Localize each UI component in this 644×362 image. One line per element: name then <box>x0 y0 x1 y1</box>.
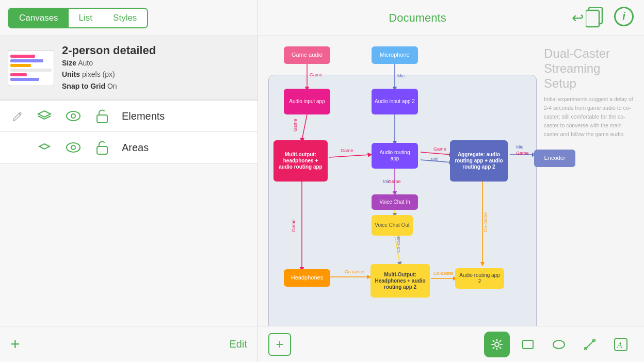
node-audio-routing-app[interactable]: Audio routing app <box>372 143 418 169</box>
back-button[interactable]: ↩ <box>572 9 584 26</box>
svg-point-6 <box>71 145 75 150</box>
node-multi-output2[interactable]: Multi-Output: Headphones + audio routing… <box>371 264 430 298</box>
node-audio-input-app2[interactable]: Audio input app 2 <box>372 89 418 114</box>
unlock-icon-elements[interactable] <box>93 107 111 125</box>
add-canvas-button[interactable]: + <box>268 333 291 356</box>
canvas-details: 2-person detailed Size Auto Units pixels… <box>62 44 156 92</box>
left-panel-header: Canvases List Styles <box>0 0 258 36</box>
settings-tool-button[interactable] <box>484 332 510 357</box>
edit-button[interactable]: Edit <box>230 338 247 350</box>
text-tool-button[interactable]: A <box>608 332 634 357</box>
info-button[interactable]: i <box>614 7 634 26</box>
svg-point-38 <box>495 342 499 347</box>
pencil-icon[interactable] <box>10 109 25 123</box>
node-audio-routing-app2[interactable]: Audio routing app 2 <box>455 268 504 289</box>
node-aggregate[interactable]: Aggregate: audio routing app + audio rou… <box>450 140 508 182</box>
copy-icon[interactable] <box>584 7 606 29</box>
connector-tool-button[interactable] <box>577 332 603 357</box>
unlock-icon-areas[interactable] <box>93 138 111 157</box>
eye-icon-elements[interactable] <box>64 107 83 125</box>
canvas-size: Size Auto <box>62 57 156 69</box>
diagram: Game Mic Game Mic Game Mic Game Co-caste… <box>268 46 534 326</box>
svg-point-3 <box>71 114 75 118</box>
bottom-left: + Edit <box>0 326 258 362</box>
node-voice-chat-in[interactable]: Voice Chat In <box>372 194 418 210</box>
bottom-bar: + Edit + <box>0 326 644 362</box>
layer-rows: Elements <box>0 100 257 163</box>
top-bar: Canvases List Styles Documents ↩ i <box>0 0 644 36</box>
node-audio-input-app[interactable]: Audio input app <box>284 89 330 114</box>
diagram-title: Dual-Caster Streaming Setup <box>544 46 634 91</box>
oval-tool-button[interactable] <box>546 332 572 357</box>
canvas-info: 2-person detailed Size Auto Units pixels… <box>0 36 257 100</box>
right-panel-header: Documents ↩ i <box>258 7 644 29</box>
diagram-title-block: Dual-Caster Streaming Setup Initial expe… <box>544 46 634 326</box>
tab-group: Canvases List Styles <box>8 8 148 28</box>
layers-icon-areas[interactable] <box>35 138 54 157</box>
tab-styles[interactable]: Styles <box>103 9 147 27</box>
diagram-description: Initial experiments suggest a delay of 2… <box>544 95 634 138</box>
rectangle-tool-button[interactable] <box>515 332 541 357</box>
node-microphone[interactable]: Microphone <box>372 46 418 64</box>
svg-point-40 <box>553 340 565 349</box>
svg-rect-4 <box>97 115 107 123</box>
canvas-title: 2-person detailed <box>62 44 156 57</box>
svg-point-5 <box>67 143 80 152</box>
node-headphones[interactable]: Headphones <box>284 269 330 287</box>
add-button[interactable]: + <box>10 335 20 354</box>
areas-label: Areas <box>122 142 247 154</box>
canvas-units: Units pixels (px) <box>62 69 156 80</box>
svg-rect-7 <box>97 146 107 154</box>
main-content: 2-person detailed Size Auto Units pixels… <box>0 36 644 326</box>
svg-text:A: A <box>617 341 622 350</box>
svg-rect-1 <box>586 10 599 27</box>
node-game-audio[interactable]: Game audio <box>284 46 330 64</box>
header-icons: i <box>584 7 634 29</box>
left-panel: 2-person detailed Size Auto Units pixels… <box>0 36 258 326</box>
documents-title: Documents <box>268 11 567 25</box>
canvas-snap: Snap to Grid On <box>62 80 156 92</box>
bottom-right: + <box>258 332 644 357</box>
bottom-tools: A <box>484 332 634 357</box>
diagram-and-title: Game Mic Game Mic Game Mic Game Co-caste… <box>268 46 634 326</box>
canvas-thumbnail <box>8 50 54 86</box>
node-encoder[interactable]: Encoder <box>534 150 575 167</box>
svg-point-2 <box>67 111 80 121</box>
layer-row-elements[interactable]: Elements <box>0 100 257 132</box>
right-panel: Game Mic Game Mic Game Mic Game Co-caste… <box>258 36 644 326</box>
node-multi-output[interactable]: Multi-output: headphones + audio routing… <box>273 140 328 182</box>
tab-list[interactable]: List <box>69 9 103 27</box>
elements-label: Elements <box>122 110 247 122</box>
layers-icon[interactable] <box>35 107 54 125</box>
tab-canvases[interactable]: Canvases <box>9 9 69 27</box>
node-voice-chat-out[interactable]: Voice Chat Out <box>372 215 413 236</box>
eye-icon-areas[interactable] <box>64 138 83 157</box>
svg-rect-39 <box>523 340 533 349</box>
layer-row-areas[interactable]: Areas <box>0 132 257 163</box>
